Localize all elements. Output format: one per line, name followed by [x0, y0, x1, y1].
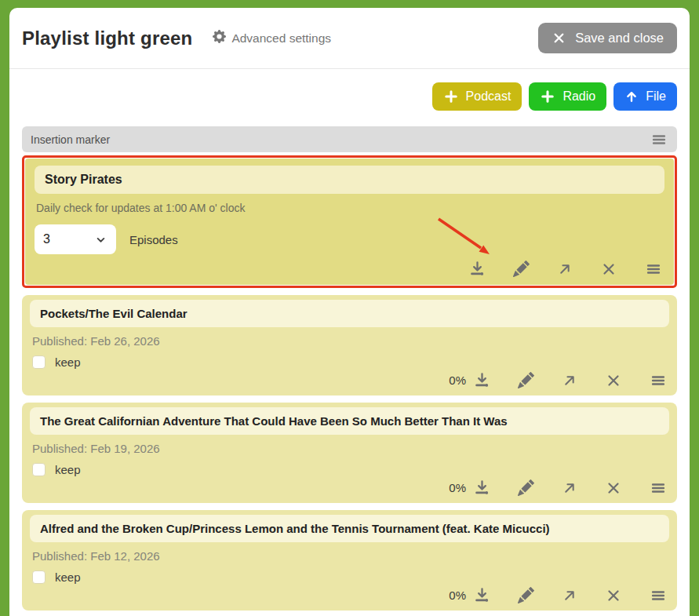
episode-actions: 0%	[30, 371, 669, 389]
edit-button[interactable]	[518, 587, 534, 603]
edit-button[interactable]	[518, 479, 534, 496]
download-button[interactable]	[473, 479, 491, 497]
open-external-button[interactable]	[561, 587, 578, 604]
add-radio-button[interactable]: Radio	[529, 82, 606, 111]
remove-button[interactable]	[600, 261, 617, 278]
episode-published: Published: Feb 19, 2026	[32, 442, 667, 455]
edit-button[interactable]	[513, 261, 530, 277]
gear-icon	[213, 30, 226, 46]
podcast-card-inner: Story Pirates Daily check for updates at…	[25, 159, 674, 285]
keep-checkbox[interactable]	[32, 570, 46, 584]
episodes-label: Episodes	[129, 233, 178, 246]
download-group: 0%	[449, 479, 491, 497]
keep-row: keep	[32, 355, 669, 369]
keep-checkbox[interactable]	[32, 463, 46, 476]
download-progress: 0%	[449, 589, 466, 602]
podcast-title: Story Pirates	[35, 166, 664, 194]
chevron-down-icon	[94, 233, 107, 246]
episode-card[interactable]: Pockets/The Evil Calendar Published: Feb…	[22, 295, 677, 395]
save-and-close-button[interactable]: Save and close	[538, 23, 677, 53]
keep-label: keep	[55, 570, 81, 584]
episode-actions: 0%	[30, 479, 669, 497]
download-button[interactable]	[473, 371, 491, 389]
keep-checkbox[interactable]	[32, 355, 46, 369]
keep-row: keep	[32, 463, 669, 476]
drag-handle-icon[interactable]	[649, 587, 668, 604]
playlist-content: Podcast Radio File Insertion marker Stor…	[9, 82, 690, 616]
download-group: 0%	[449, 586, 491, 604]
episode-card[interactable]: Alfred and the Broken Cup/Princess Lemon…	[22, 510, 677, 611]
plus-icon	[443, 89, 459, 104]
download-group: 0%	[449, 371, 491, 389]
add-podcast-button[interactable]: Podcast	[432, 82, 522, 111]
keep-label: keep	[55, 463, 81, 476]
save-and-close-label: Save and close	[575, 31, 664, 46]
drag-handle-icon[interactable]	[650, 131, 668, 148]
download-progress: 0%	[449, 374, 466, 387]
podcast-actions	[35, 260, 664, 278]
drag-handle-icon[interactable]	[649, 479, 668, 497]
add-radio-label: Radio	[562, 89, 595, 104]
episodes-count-select[interactable]: 3	[35, 224, 116, 254]
add-buttons-row: Podcast Radio File	[22, 82, 677, 111]
episodes-count-value: 3	[43, 232, 50, 246]
download-button[interactable]	[473, 586, 491, 604]
open-external-button[interactable]	[556, 261, 573, 278]
add-podcast-label: Podcast	[466, 89, 512, 104]
episode-published: Published: Feb 26, 2026	[32, 334, 667, 348]
episode-title: Pockets/The Evil Calendar	[30, 300, 669, 327]
header: Playlist light green Advanced settings S…	[9, 8, 690, 69]
episodes-select-row: 3 Episodes	[35, 224, 664, 254]
remove-button[interactable]	[605, 587, 622, 604]
insertion-marker-label: Insertion marker	[31, 133, 110, 146]
download-progress: 0%	[449, 481, 466, 494]
remove-button[interactable]	[605, 372, 622, 389]
remove-button[interactable]	[605, 479, 622, 497]
podcast-card-selected[interactable]: Story Pirates Daily check for updates at…	[22, 155, 677, 288]
upload-arrow-icon	[624, 89, 639, 104]
keep-label: keep	[55, 355, 81, 369]
add-file-label: File	[646, 89, 666, 104]
playlist-editor-panel: Playlist light green Advanced settings S…	[9, 8, 690, 616]
page-title: Playlist light green	[22, 27, 192, 49]
open-external-button[interactable]	[561, 372, 578, 389]
episode-published: Published: Feb 12, 2026	[32, 549, 667, 563]
keep-row: keep	[32, 570, 669, 584]
drag-handle-icon[interactable]	[644, 261, 663, 278]
podcast-update-schedule: Daily check for updates at 1:00 AM o' cl…	[36, 202, 663, 214]
advanced-settings-label: Advanced settings	[231, 31, 331, 46]
drag-handle-icon[interactable]	[649, 372, 668, 389]
edit-button[interactable]	[518, 372, 534, 388]
download-button[interactable]	[468, 260, 486, 278]
episode-title: The Great Californian Adventure That Cou…	[30, 407, 669, 435]
advanced-settings-link[interactable]: Advanced settings	[213, 30, 331, 46]
episode-title: Alfred and the Broken Cup/Princess Lemon…	[30, 515, 669, 542]
close-icon	[552, 31, 566, 46]
plus-icon	[540, 89, 555, 104]
insertion-marker: Insertion marker	[22, 126, 677, 152]
open-external-button[interactable]	[561, 479, 578, 497]
episode-card[interactable]: The Great Californian Adventure That Cou…	[22, 403, 677, 503]
add-file-button[interactable]: File	[613, 82, 677, 111]
episode-actions: 0%	[30, 586, 669, 604]
